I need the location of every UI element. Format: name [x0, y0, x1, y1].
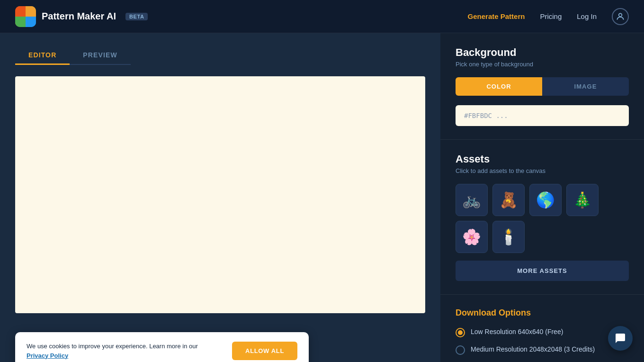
- assets-grid: 🚲 🧸 🌎 🎄 🌸 🕯️: [456, 184, 629, 253]
- color-value-input[interactable]: [456, 105, 629, 126]
- cookie-message: We use cookies to improve your experienc…: [27, 342, 221, 360]
- nav-generate-pattern[interactable]: Generate Pattern: [468, 12, 525, 20]
- nav-pricing[interactable]: Pricing: [540, 12, 562, 20]
- background-section: Background Pick one type of background C…: [440, 33, 644, 140]
- tab-editor[interactable]: EDITOR: [15, 46, 70, 65]
- asset-item-3[interactable]: 🌎: [529, 184, 562, 216]
- canvas-area[interactable]: [15, 76, 425, 313]
- asset-item-4[interactable]: 🎄: [566, 184, 599, 216]
- main-container: EDITOR PREVIEW We use cookies to improve…: [0, 33, 644, 362]
- brand-name: Pattern Maker AI: [42, 11, 116, 22]
- assets-section: Assets Click to add assets to the canvas…: [440, 140, 644, 295]
- nav-links: Generate Pattern Pricing Log In: [468, 8, 629, 25]
- asset-item-2[interactable]: 🧸: [492, 184, 525, 216]
- beta-badge: BETA: [125, 13, 148, 20]
- right-panel: Background Pick one type of background C…: [440, 33, 644, 362]
- more-assets-button[interactable]: MORE ASSETS: [456, 261, 629, 281]
- logo-icon[interactable]: [15, 6, 36, 27]
- download-option-low[interactable]: Low Resolution 640x640 (Free): [456, 327, 629, 337]
- background-type-buttons: COLOR IMAGE: [456, 77, 629, 96]
- cookie-message-text: We use cookies to improve your experienc…: [27, 343, 198, 350]
- download-title: Download Options: [456, 308, 629, 318]
- svg-point-0: [619, 13, 622, 17]
- assets-title: Assets: [456, 153, 629, 165]
- cookie-banner: We use cookies to improve your experienc…: [15, 332, 309, 362]
- background-subtitle: Pick one type of background: [456, 61, 629, 68]
- allow-all-button[interactable]: ALLOW ALL: [232, 342, 297, 360]
- asset-item-6[interactable]: 🕯️: [492, 221, 525, 253]
- download-option-medium[interactable]: Medium Resolution 2048x2048 (3 Credits): [456, 345, 629, 355]
- download-label-low: Low Resolution 640x640 (Free): [471, 327, 563, 337]
- user-avatar[interactable]: [612, 8, 629, 25]
- radio-medium[interactable]: [456, 345, 465, 355]
- brand-logo-area: Pattern Maker AI BETA: [15, 6, 468, 27]
- asset-item-5[interactable]: 🌸: [456, 221, 488, 253]
- privacy-policy-link[interactable]: Privacy Policy: [27, 352, 68, 359]
- left-panel: EDITOR PREVIEW We use cookies to improve…: [0, 33, 440, 362]
- assets-subtitle: Click to add assets to the canvas: [456, 167, 629, 174]
- asset-item-1[interactable]: 🚲: [456, 184, 488, 216]
- navbar: Pattern Maker AI BETA Generate Pattern P…: [0, 0, 644, 33]
- nav-login[interactable]: Log In: [577, 12, 597, 20]
- editor-tabs: EDITOR PREVIEW: [15, 46, 131, 65]
- background-title: Background: [456, 46, 629, 59]
- download-label-medium: Medium Resolution 2048x2048 (3 Credits): [471, 345, 595, 354]
- image-button[interactable]: IMAGE: [542, 77, 629, 96]
- chat-button[interactable]: [608, 326, 633, 351]
- radio-low[interactable]: [456, 328, 465, 337]
- tab-preview[interactable]: PREVIEW: [70, 46, 130, 65]
- color-button[interactable]: COLOR: [456, 77, 542, 96]
